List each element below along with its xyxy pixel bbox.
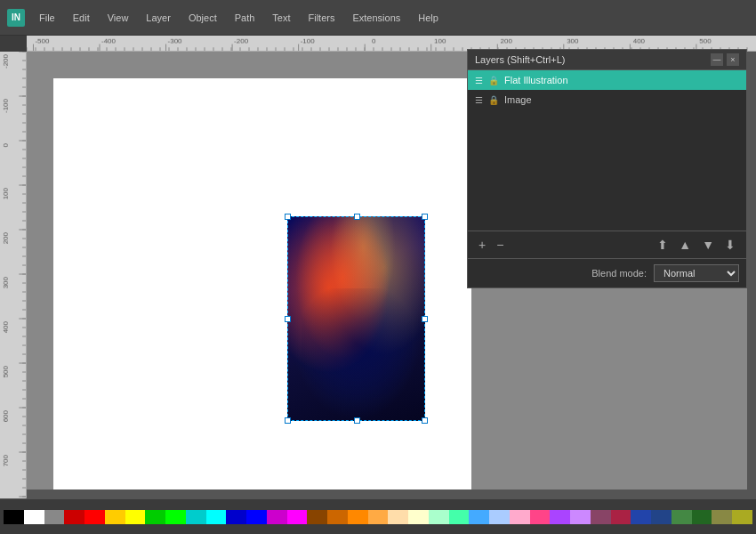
color-swatch[interactable]	[24, 510, 44, 524]
color-swatch[interactable]	[550, 510, 570, 524]
color-swatch[interactable]	[307, 510, 327, 524]
move-layer-down-button[interactable]: ▼	[698, 236, 718, 254]
color-swatch[interactable]	[145, 510, 165, 524]
color-swatch[interactable]	[4, 510, 24, 524]
blend-mode-label: Blend mode:	[591, 268, 647, 279]
color-swatch[interactable]	[44, 510, 65, 524]
move-layer-to-bottom-button[interactable]: ⬇	[721, 236, 739, 254]
color-swatch[interactable]	[712, 510, 732, 524]
menu-text[interactable]: Text	[269, 11, 294, 25]
color-swatch[interactable]	[64, 510, 84, 524]
remove-layer-button[interactable]: −	[493, 236, 507, 254]
layer-label-1: Flat Illustration	[504, 75, 739, 85]
layers-toolbar: + − ⬆ ▲ ▼ ⬇	[468, 231, 746, 258]
canvas-image[interactable]	[287, 216, 425, 421]
color-swatch[interactable]	[267, 510, 287, 524]
move-layer-up-button[interactable]: ▲	[675, 236, 695, 254]
app-logo: IN	[7, 9, 25, 27]
menu-filters[interactable]: Filters	[305, 11, 339, 25]
color-swatch[interactable]	[408, 510, 429, 524]
color-swatch[interactable]	[631, 510, 651, 524]
menu-view[interactable]: View	[104, 11, 133, 25]
color-swatch[interactable]	[246, 510, 267, 524]
scrollbar-vertical[interactable]	[747, 52, 756, 498]
menu-path[interactable]: Path	[231, 11, 259, 25]
add-layer-button[interactable]: +	[475, 236, 489, 254]
layer-item-image[interactable]: ☰ 🔒 Image	[468, 90, 746, 109]
layers-panel-controls: — ×	[711, 53, 739, 66]
color-swatch[interactable]	[368, 510, 389, 524]
menu-layer[interactable]: Layer	[142, 11, 174, 25]
canvas-white	[53, 78, 471, 498]
color-swatch[interactable]	[206, 510, 227, 524]
color-swatch[interactable]	[287, 510, 308, 524]
color-swatch[interactable]	[105, 510, 125, 524]
layers-panel: Layers (Shift+Ctrl+L) — × ☰ 🔒 Flat Illus…	[467, 49, 747, 288]
panel-close-button[interactable]: ×	[727, 53, 739, 66]
color-swatch[interactable]	[692, 510, 712, 524]
layer-lock-icon-2: 🔒	[488, 95, 499, 105]
color-palette-bar	[0, 498, 756, 534]
panel-minimize-button[interactable]: —	[711, 53, 723, 66]
menubar: IN File Edit View Layer Object Path Text…	[0, 0, 756, 36]
layer-lock-icon-1: 🔒	[488, 76, 499, 85]
color-swatch[interactable]	[672, 510, 692, 524]
color-swatch[interactable]	[165, 510, 186, 524]
color-swatch[interactable]	[449, 510, 470, 524]
color-swatch[interactable]	[611, 510, 631, 524]
menu-extensions[interactable]: Extensions	[349, 11, 404, 25]
layers-panel-title: Layers (Shift+Ctrl+L)	[475, 54, 565, 65]
color-swatch[interactable]	[84, 510, 105, 524]
color-swatch[interactable]	[348, 510, 368, 524]
menu-object[interactable]: Object	[185, 11, 221, 25]
blend-mode-row: Blend mode: NormalMultiplyScreenOverlayD…	[468, 258, 746, 287]
color-swatch[interactable]	[489, 510, 510, 524]
color-swatch[interactable]	[469, 510, 489, 524]
color-swatch[interactable]	[732, 510, 752, 524]
vertical-ruler	[0, 52, 27, 498]
color-swatch[interactable]	[570, 510, 591, 524]
color-swatch[interactable]	[186, 510, 206, 524]
layer-menu-icon: ☰	[475, 76, 483, 85]
layers-panel-header: Layers (Shift+Ctrl+L) — ×	[468, 50, 746, 70]
menu-edit[interactable]: Edit	[69, 11, 93, 25]
color-swatch[interactable]	[510, 510, 530, 524]
layer-menu-icon-2: ☰	[475, 95, 483, 105]
layers-body: ☰ 🔒 Flat Illustration ☰ 🔒 Image	[468, 70, 746, 231]
color-swatch[interactable]	[327, 510, 348, 524]
layer-item-flat-illustration[interactable]: ☰ 🔒 Flat Illustration	[468, 70, 746, 90]
menu-file[interactable]: File	[36, 11, 59, 25]
blend-mode-select[interactable]: NormalMultiplyScreenOverlayDarkenLighten…	[654, 264, 739, 282]
scrollbar-horizontal[interactable]	[27, 490, 747, 498]
move-layer-to-top-button[interactable]: ⬆	[654, 236, 672, 254]
color-swatch[interactable]	[530, 510, 551, 524]
color-swatch[interactable]	[591, 510, 611, 524]
portrait-image	[287, 216, 425, 421]
color-swatch[interactable]	[429, 510, 449, 524]
menu-help[interactable]: Help	[414, 11, 442, 25]
color-swatch[interactable]	[388, 510, 408, 524]
color-swatch[interactable]	[651, 510, 672, 524]
color-swatch[interactable]	[125, 510, 146, 524]
color-swatch[interactable]	[226, 510, 246, 524]
layer-label-2: Image	[504, 94, 739, 105]
